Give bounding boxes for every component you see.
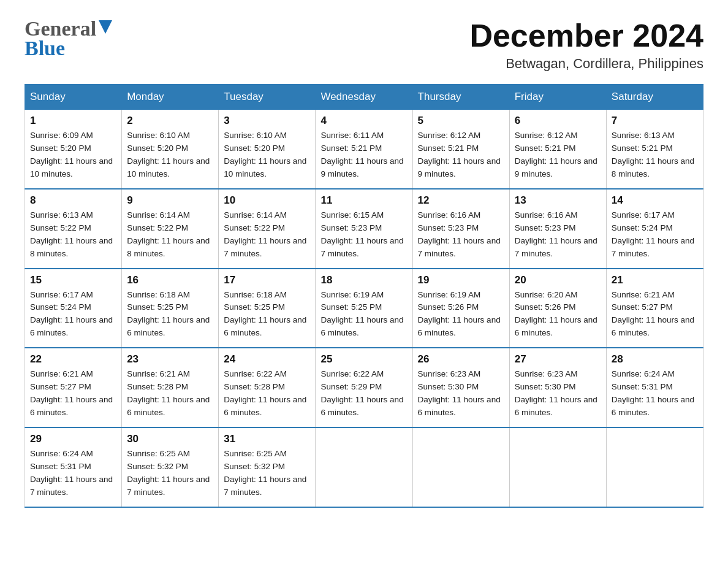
day-number: 9: [127, 194, 213, 207]
logo-general-text: General: [25, 18, 96, 39]
day-info: Sunrise: 6:21 AMSunset: 5:27 PMDaylight:…: [612, 290, 694, 338]
calendar-cell: 20 Sunrise: 6:20 AMSunset: 5:26 PMDaylig…: [509, 269, 606, 348]
calendar-cell: 24 Sunrise: 6:22 AMSunset: 5:28 PMDaylig…: [219, 348, 316, 427]
calendar-cell: 2 Sunrise: 6:10 AMSunset: 5:20 PMDayligh…: [122, 110, 219, 189]
calendar-cell: 29 Sunrise: 6:24 AMSunset: 5:31 PMDaylig…: [25, 427, 122, 507]
day-number: 22: [30, 353, 116, 366]
day-info: Sunrise: 6:24 AMSunset: 5:31 PMDaylight:…: [612, 369, 694, 417]
day-number: 13: [515, 194, 601, 207]
day-number: 6: [515, 115, 601, 127]
location-subtitle: Betwagan, Cordillera, Philippines: [469, 56, 703, 72]
day-info: Sunrise: 6:18 AMSunset: 5:25 PMDaylight:…: [127, 290, 210, 338]
calendar-cell: 30 Sunrise: 6:25 AMSunset: 5:32 PMDaylig…: [122, 427, 219, 507]
calendar-cell: 4 Sunrise: 6:11 AMSunset: 5:21 PMDayligh…: [316, 110, 412, 189]
day-info: Sunrise: 6:11 AMSunset: 5:21 PMDaylight:…: [320, 131, 403, 178]
day-number: 4: [320, 115, 407, 127]
calendar-cell: 17 Sunrise: 6:18 AMSunset: 5:25 PMDaylig…: [219, 269, 316, 348]
day-info: Sunrise: 6:21 AMSunset: 5:28 PMDaylight:…: [127, 369, 210, 417]
day-number: 11: [320, 194, 407, 207]
day-info: Sunrise: 6:23 AMSunset: 5:30 PMDaylight:…: [418, 369, 501, 417]
day-info: Sunrise: 6:13 AMSunset: 5:22 PMDaylight:…: [30, 210, 113, 258]
calendar-cell: 19 Sunrise: 6:19 AMSunset: 5:26 PMDaylig…: [412, 269, 509, 348]
day-number: 21: [612, 274, 698, 286]
calendar-cell: 16 Sunrise: 6:18 AMSunset: 5:25 PMDaylig…: [122, 269, 219, 348]
column-header-wednesday: Wednesday: [316, 85, 412, 110]
calendar-cell: 6 Sunrise: 6:12 AMSunset: 5:21 PMDayligh…: [509, 110, 606, 189]
day-info: Sunrise: 6:25 AMSunset: 5:32 PMDaylight:…: [224, 449, 306, 497]
day-info: Sunrise: 6:14 AMSunset: 5:22 PMDaylight:…: [224, 210, 306, 258]
title-area: December 2024 Betwagan, Cordillera, Phil…: [469, 18, 703, 72]
calendar-cell: 23 Sunrise: 6:21 AMSunset: 5:28 PMDaylig…: [122, 348, 219, 427]
calendar-week-row: 1 Sunrise: 6:09 AMSunset: 5:20 PMDayligh…: [25, 110, 703, 189]
logo: General Blue: [25, 18, 112, 60]
calendar-week-row: 22 Sunrise: 6:21 AMSunset: 5:27 PMDaylig…: [25, 348, 703, 427]
day-info: Sunrise: 6:24 AMSunset: 5:31 PMDaylight:…: [30, 449, 113, 497]
calendar-cell: 25 Sunrise: 6:22 AMSunset: 5:29 PMDaylig…: [316, 348, 412, 427]
calendar-cell: 12 Sunrise: 6:16 AMSunset: 5:23 PMDaylig…: [412, 189, 509, 269]
day-number: 24: [224, 353, 310, 366]
day-number: 15: [30, 274, 116, 286]
day-number: 27: [515, 353, 601, 366]
calendar-cell: [412, 427, 509, 507]
day-info: Sunrise: 6:17 AMSunset: 5:24 PMDaylight:…: [612, 210, 694, 258]
day-info: Sunrise: 6:22 AMSunset: 5:29 PMDaylight:…: [320, 369, 403, 417]
day-info: Sunrise: 6:25 AMSunset: 5:32 PMDaylight:…: [127, 449, 210, 497]
day-info: Sunrise: 6:19 AMSunset: 5:26 PMDaylight:…: [418, 290, 501, 338]
calendar-cell: 11 Sunrise: 6:15 AMSunset: 5:23 PMDaylig…: [316, 189, 412, 269]
day-info: Sunrise: 6:16 AMSunset: 5:23 PMDaylight:…: [418, 210, 501, 258]
calendar-cell: 26 Sunrise: 6:23 AMSunset: 5:30 PMDaylig…: [412, 348, 509, 427]
calendar-cell: 9 Sunrise: 6:14 AMSunset: 5:22 PMDayligh…: [122, 189, 219, 269]
day-number: 28: [612, 353, 698, 366]
day-number: 20: [515, 274, 601, 286]
svg-marker-0: [99, 20, 112, 34]
calendar-table: SundayMondayTuesdayWednesdayThursdayFrid…: [25, 84, 703, 507]
calendar-week-row: 8 Sunrise: 6:13 AMSunset: 5:22 PMDayligh…: [25, 189, 703, 269]
logo-arrow-icon: [99, 20, 112, 36]
day-number: 30: [127, 433, 213, 445]
day-number: 31: [224, 433, 310, 445]
calendar-cell: [316, 427, 412, 507]
day-number: 7: [612, 115, 698, 127]
column-header-monday: Monday: [122, 85, 219, 110]
day-number: 2: [127, 115, 213, 127]
column-header-saturday: Saturday: [606, 85, 703, 110]
page-header: General Blue December 2024 Betwagan, Cor…: [25, 18, 703, 72]
day-number: 1: [30, 115, 116, 127]
day-number: 18: [320, 274, 407, 286]
day-number: 19: [418, 274, 504, 286]
calendar-cell: 13 Sunrise: 6:16 AMSunset: 5:23 PMDaylig…: [509, 189, 606, 269]
day-info: Sunrise: 6:13 AMSunset: 5:21 PMDaylight:…: [612, 131, 694, 178]
day-number: 10: [224, 194, 310, 207]
day-info: Sunrise: 6:23 AMSunset: 5:30 PMDaylight:…: [515, 369, 597, 417]
day-info: Sunrise: 6:10 AMSunset: 5:20 PMDaylight:…: [224, 131, 306, 178]
column-header-tuesday: Tuesday: [219, 85, 316, 110]
day-number: 5: [418, 115, 504, 127]
day-info: Sunrise: 6:14 AMSunset: 5:22 PMDaylight:…: [127, 210, 210, 258]
day-info: Sunrise: 6:12 AMSunset: 5:21 PMDaylight:…: [418, 131, 501, 178]
day-info: Sunrise: 6:18 AMSunset: 5:25 PMDaylight:…: [224, 290, 306, 338]
month-title: December 2024: [469, 18, 703, 53]
day-number: 17: [224, 274, 310, 286]
day-number: 14: [612, 194, 698, 207]
day-number: 29: [30, 433, 116, 445]
day-number: 8: [30, 194, 116, 207]
day-number: 3: [224, 115, 310, 127]
calendar-cell: 10 Sunrise: 6:14 AMSunset: 5:22 PMDaylig…: [219, 189, 316, 269]
calendar-week-row: 15 Sunrise: 6:17 AMSunset: 5:24 PMDaylig…: [25, 269, 703, 348]
day-info: Sunrise: 6:16 AMSunset: 5:23 PMDaylight:…: [515, 210, 597, 258]
day-info: Sunrise: 6:19 AMSunset: 5:25 PMDaylight:…: [320, 290, 403, 338]
calendar-cell: 28 Sunrise: 6:24 AMSunset: 5:31 PMDaylig…: [606, 348, 703, 427]
calendar-cell: 18 Sunrise: 6:19 AMSunset: 5:25 PMDaylig…: [316, 269, 412, 348]
calendar-cell: 31 Sunrise: 6:25 AMSunset: 5:32 PMDaylig…: [219, 427, 316, 507]
calendar-cell: 22 Sunrise: 6:21 AMSunset: 5:27 PMDaylig…: [25, 348, 122, 427]
day-number: 25: [320, 353, 407, 366]
column-header-friday: Friday: [509, 85, 606, 110]
day-info: Sunrise: 6:12 AMSunset: 5:21 PMDaylight:…: [515, 131, 597, 178]
day-number: 16: [127, 274, 213, 286]
calendar-cell: 15 Sunrise: 6:17 AMSunset: 5:24 PMDaylig…: [25, 269, 122, 348]
day-number: 12: [418, 194, 504, 207]
day-info: Sunrise: 6:17 AMSunset: 5:24 PMDaylight:…: [30, 290, 113, 338]
day-info: Sunrise: 6:15 AMSunset: 5:23 PMDaylight:…: [320, 210, 403, 258]
calendar-cell: 21 Sunrise: 6:21 AMSunset: 5:27 PMDaylig…: [606, 269, 703, 348]
calendar-cell: 27 Sunrise: 6:23 AMSunset: 5:30 PMDaylig…: [509, 348, 606, 427]
